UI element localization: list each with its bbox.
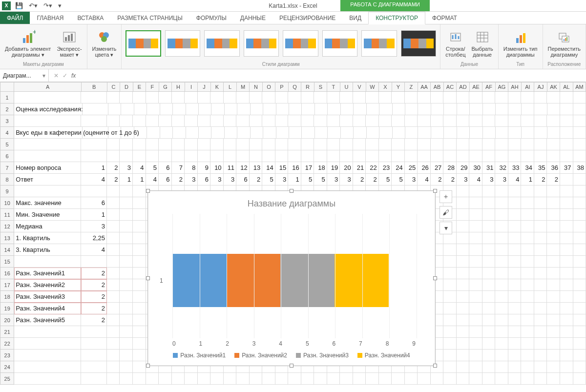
cell[interactable] [14, 186, 81, 197]
cell[interactable] [547, 350, 560, 361]
row-header[interactable]: 24 [0, 361, 14, 373]
cell[interactable] [14, 92, 81, 103]
cell[interactable] [210, 373, 224, 385]
cell[interactable] [147, 127, 160, 139]
cell[interactable] [315, 127, 328, 139]
cell[interactable] [482, 361, 496, 373]
cell[interactable] [301, 92, 314, 103]
cell[interactable] [508, 221, 522, 232]
cell[interactable] [573, 303, 586, 314]
cell[interactable] [302, 127, 314, 139]
cell[interactable] [443, 150, 457, 162]
cell[interactable] [573, 244, 586, 256]
cell[interactable] [521, 244, 534, 256]
cell[interactable] [560, 92, 573, 103]
cell[interactable] [547, 209, 560, 221]
cell[interactable] [521, 268, 534, 279]
row-header[interactable]: 19 [0, 303, 14, 314]
cell[interactable] [172, 373, 185, 385]
cell[interactable] [81, 115, 107, 127]
cell[interactable] [547, 291, 560, 303]
cell[interactable] [81, 186, 107, 197]
cell[interactable] [495, 361, 508, 373]
cell[interactable] [120, 209, 133, 221]
cell[interactable] [185, 92, 198, 103]
cell[interactable] [534, 197, 547, 209]
cell[interactable] [314, 150, 327, 162]
cell[interactable] [457, 303, 470, 314]
cell[interactable]: 16 [288, 162, 301, 174]
cell[interactable] [573, 197, 586, 209]
cell[interactable] [211, 127, 224, 139]
cell[interactable]: 10 [210, 162, 224, 174]
cell[interactable]: Номер вопроса [14, 162, 81, 174]
cell[interactable]: Оценка исследования: [14, 103, 83, 115]
cell[interactable] [236, 92, 250, 103]
cell[interactable] [521, 232, 534, 244]
cell[interactable] [172, 139, 185, 150]
column-header[interactable]: AG [496, 82, 509, 92]
cell[interactable] [508, 209, 522, 221]
cell[interactable] [482, 256, 496, 268]
cell[interactable]: 1 [133, 174, 146, 186]
tab-разметка страницы[interactable]: РАЗМЕТКА СТРАНИЦЫ [110, 12, 189, 24]
cell[interactable] [314, 92, 327, 103]
column-header[interactable]: J [198, 82, 211, 92]
row-header[interactable]: 22 [0, 338, 14, 350]
cell[interactable] [547, 197, 560, 209]
cell[interactable] [547, 268, 560, 279]
cell[interactable]: 33 [508, 162, 522, 174]
cell[interactable] [250, 150, 263, 162]
cell[interactable] [521, 197, 534, 209]
cell[interactable]: 5 [314, 174, 327, 186]
qat-save-icon[interactable]: 💾 [14, 2, 24, 9]
cell[interactable]: 28 [443, 162, 457, 174]
column-header[interactable]: AH [508, 82, 522, 92]
cell[interactable] [483, 127, 496, 139]
row-header[interactable]: 20 [0, 314, 14, 326]
cell[interactable] [508, 150, 522, 162]
cell[interactable] [547, 92, 560, 103]
cell[interactable] [354, 127, 366, 139]
switch-row-column-button[interactable]: Строка/ столбец [444, 28, 466, 59]
select-data-button[interactable]: Выбрать данные [470, 28, 494, 59]
formula-cancel-icon[interactable]: ✕ [54, 72, 59, 79]
cell[interactable] [263, 103, 276, 115]
cell[interactable] [560, 232, 573, 244]
cell[interactable] [289, 103, 302, 115]
cell[interactable] [120, 139, 133, 150]
cell[interactable] [418, 127, 431, 139]
cell[interactable] [133, 139, 146, 150]
cell[interactable] [457, 103, 470, 115]
cell[interactable] [457, 338, 470, 350]
cell[interactable] [457, 291, 470, 303]
cell[interactable] [495, 373, 508, 385]
cell[interactable] [276, 103, 289, 115]
cell[interactable] [236, 139, 250, 150]
row-header[interactable]: 18 [0, 291, 14, 303]
cell[interactable] [431, 115, 444, 127]
cell[interactable] [469, 139, 482, 150]
cell[interactable] [443, 314, 457, 326]
row-header[interactable]: 3 [0, 115, 14, 127]
cell[interactable]: 7 [172, 162, 185, 174]
cell[interactable] [159, 92, 172, 103]
cell[interactable] [560, 139, 573, 150]
cell[interactable]: 1 [288, 174, 301, 186]
cell[interactable] [495, 186, 508, 197]
cell[interactable]: 4 [418, 174, 431, 186]
cell[interactable]: 3 [482, 174, 496, 186]
cell[interactable] [120, 268, 133, 279]
cell[interactable] [469, 150, 482, 162]
row-header[interactable]: 9 [0, 186, 14, 197]
column-header[interactable]: R [301, 82, 314, 92]
chart-style-4[interactable] [244, 30, 279, 57]
column-header[interactable]: K [211, 82, 224, 92]
cell[interactable] [251, 103, 263, 115]
cell[interactable] [495, 350, 508, 361]
change-chart-type-button[interactable]: Изменить тип диаграммы [502, 28, 539, 59]
cell[interactable] [443, 244, 457, 256]
tab-вид[interactable]: ВИД [342, 12, 368, 24]
cell[interactable] [353, 373, 366, 385]
cell[interactable] [341, 103, 354, 115]
